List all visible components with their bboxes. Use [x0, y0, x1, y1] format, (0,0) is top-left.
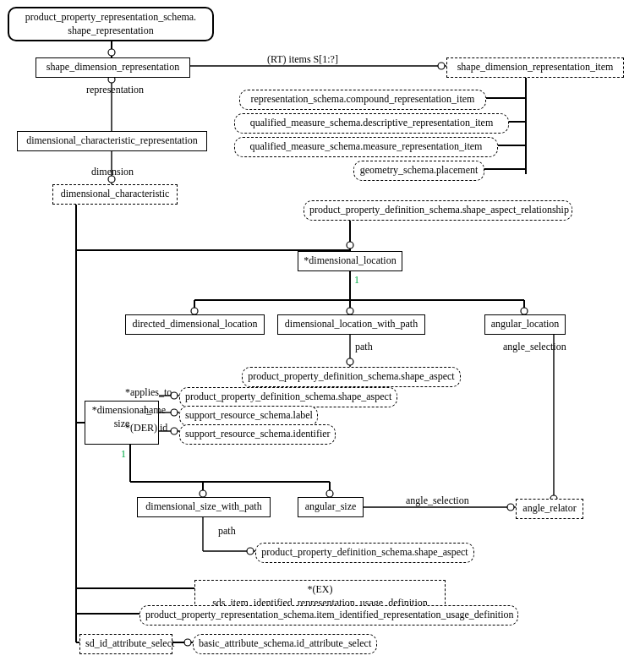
label-cardinality-one-b: 1: [121, 448, 126, 461]
svg-point-1: [108, 49, 115, 56]
entity-angular-location: angular_location: [484, 314, 566, 335]
label-dimension: dimension: [91, 166, 134, 178]
label-applies-to: *applies_to: [125, 386, 172, 399]
entity-shape-dimension-representation-item: shape_dimension_representation_item: [446, 57, 624, 78]
label-path-a: path: [355, 341, 373, 353]
entity-support-resource-schema-label: support_resource_schema.label: [179, 406, 318, 426]
label-representation: representation: [86, 84, 144, 96]
svg-point-27: [347, 358, 353, 365]
entity-dimensional-location: *dimensional_location: [298, 251, 402, 271]
entity-angular-size: angular_size: [298, 497, 364, 517]
svg-point-34: [171, 409, 178, 416]
entity-angle-relator: angle_relator: [516, 499, 583, 519]
label-rt-items: (RT) items S[1:?]: [267, 53, 338, 66]
entity-dimensional-size-with-path: dimensional_size_with_path: [137, 497, 271, 517]
entity-dimensional-characteristic-representation: dimensional_characteristic_representatio…: [17, 131, 207, 151]
label-cardinality-one-a: 1: [354, 274, 359, 287]
entity-representation-schema-compound-representation-item: representation_schema.compound_represent…: [239, 90, 486, 110]
svg-point-44: [507, 504, 514, 511]
entity-sd-id-attribute-select: sd_id_attribute_select: [79, 634, 172, 654]
svg-point-42: [326, 490, 333, 497]
svg-point-41: [200, 490, 206, 497]
svg-point-47: [247, 548, 254, 555]
entity-qualified-measure-schema-descriptive-representation-item: qualified_measure_schema.descriptive_rep…: [234, 113, 509, 134]
entity-support-resource-schema-identifier: support_resource_schema.identifier: [179, 424, 336, 445]
entity-directed-dimensional-location: directed_dimensional_location: [125, 314, 265, 335]
entity-qualified-measure-schema-measure-representation-item: qualified_measure_schema.measure_represe…: [234, 137, 498, 157]
entity-shape-aspect-a: product_property_definition_schema.shape…: [242, 367, 461, 387]
entity-dimensional-characteristic: dimensional_characteristic: [52, 184, 178, 205]
entity-shape-aspect-b: product_property_definition_schema.shape…: [179, 387, 397, 407]
svg-point-23: [191, 308, 198, 314]
svg-point-36: [171, 428, 178, 434]
label-path-b: path: [218, 525, 236, 538]
label-der-id: *(DER) id: [125, 422, 167, 434]
svg-point-3: [438, 63, 445, 69]
entity-shape-dimension-representation: shape_dimension_representation: [36, 57, 190, 78]
entity-product-property-representation-schema-item-identified-representation-usage-definition: product_property_representation_schema.i…: [139, 605, 518, 626]
svg-point-51: [184, 639, 191, 646]
entity-product-property-definition-schema-shape-aspect-relationship: product_property_definition_schema.shape…: [304, 200, 572, 221]
label-name: name: [144, 404, 166, 417]
entity-product-property-representation-schema-shape-representation: product_property_representation_schema.s…: [8, 7, 214, 41]
svg-point-17: [347, 242, 353, 249]
svg-point-24: [347, 308, 353, 314]
label-angle-selection-b: angle_selection: [406, 494, 469, 507]
entity-geometry-schema-placement: geometry_schema.placement: [353, 161, 484, 181]
svg-point-25: [521, 308, 528, 314]
entity-basic-attribute-schema-id-attribute-select: basic_attribute_schema.id_attribute_sele…: [193, 634, 377, 654]
entity-shape-aspect-c: product_property_definition_schema.shape…: [255, 543, 474, 563]
entity-dimensional-location-with-path: dimensional_location_with_path: [277, 314, 425, 335]
label-angle-selection-a: angle_selection: [503, 341, 566, 353]
